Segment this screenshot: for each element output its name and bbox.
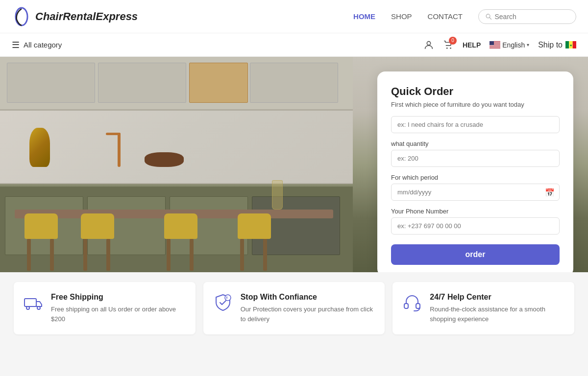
quantity-form-group: what quantity — [391, 140, 560, 167]
user-icon — [423, 40, 434, 50]
logo[interactable]: ChairRentalExpress — [12, 7, 138, 26]
hero-section: Quick Order First which piece of furnitu… — [0, 57, 588, 272]
quick-order-card: Quick Order First which piece of furnitu… — [377, 71, 573, 272]
feature-help-center: 24/7 Help Center Round-the-clock assista… — [392, 282, 574, 334]
calendar-icon: 📅 — [545, 188, 555, 197]
all-category-label: All category — [24, 41, 62, 49]
svg-rect-11 — [490, 46, 500, 47]
hamburger-icon: ☰ — [12, 41, 20, 49]
svg-point-20 — [37, 306, 40, 309]
nav-home[interactable]: HOME — [353, 12, 375, 21]
svg-rect-12 — [490, 47, 500, 48]
search-input[interactable] — [494, 13, 569, 21]
svg-rect-18 — [24, 299, 36, 306]
user-account-button[interactable] — [423, 40, 434, 50]
phone-form-group: Your Phone Number — [391, 208, 560, 235]
stop-confiance-desc: Our Protection covers your purchase from… — [241, 305, 375, 324]
chair-2 — [76, 213, 120, 272]
truck-icon — [24, 293, 43, 312]
svg-point-4 — [446, 47, 448, 49]
date-wrapper: 📅 — [391, 184, 560, 201]
search-box[interactable] — [478, 9, 576, 24]
search-icon — [486, 13, 491, 20]
furniture-form-group — [391, 116, 560, 133]
svg-rect-14 — [565, 41, 569, 48]
vase — [29, 128, 50, 167]
second-nav-right: 0 HELP English ▾ Ship to — [423, 40, 576, 50]
shield-icon — [213, 293, 233, 312]
nav-links: HOME SHOP CONTACT — [353, 9, 576, 24]
svg-line-2 — [490, 17, 491, 19]
feature-free-shipping: Free Shipping Free shipping on all Us or… — [14, 282, 196, 334]
help-center-title: 24/7 Help Center — [430, 293, 564, 302]
period-label: For which period — [391, 174, 560, 181]
ship-to-area[interactable]: Ship to ★ — [538, 41, 576, 49]
headphone-icon — [402, 293, 422, 312]
top-navigation: ChairRentalExpress HOME SHOP CONTACT — [0, 0, 588, 33]
svg-rect-22 — [416, 304, 420, 308]
us-flag-icon — [490, 41, 500, 48]
svg-rect-21 — [404, 304, 408, 308]
all-category-toggle[interactable]: ☰ All category — [12, 41, 62, 49]
faucet — [118, 133, 121, 167]
nav-shop[interactable]: SHOP — [391, 12, 412, 21]
help-label: HELP — [463, 41, 481, 49]
svg-rect-16 — [573, 41, 576, 48]
second-navigation: ☰ All category 0 HELP — [0, 33, 588, 57]
chair-3 — [159, 213, 203, 272]
stop-confiance-title: Stop With Confiance — [241, 293, 375, 302]
chevron-down-icon: ▾ — [527, 42, 529, 47]
language-selector[interactable]: English ▾ — [490, 41, 529, 49]
wood-decor — [145, 152, 184, 167]
quantity-label: what quantity — [391, 140, 560, 147]
svg-point-5 — [450, 47, 451, 49]
svg-text:★: ★ — [569, 44, 572, 47]
senegal-flag-icon: ★ — [565, 41, 576, 48]
order-button[interactable]: order — [391, 244, 560, 265]
wall-backsplash — [0, 111, 353, 184]
svg-rect-13 — [490, 41, 494, 45]
faucet-arm — [106, 133, 121, 135]
upper-cabinets — [0, 57, 353, 111]
free-shipping-desc: Free shipping on all Us order or order a… — [51, 305, 186, 324]
svg-point-0 — [16, 8, 27, 25]
nav-contact[interactable]: CONTACT — [428, 12, 463, 21]
period-form-group: For which period 📅 — [391, 174, 560, 201]
chair-4 — [233, 213, 277, 272]
ship-to-label: Ship to — [538, 41, 563, 49]
feature-stop-confiance: Stop With Confiance Our Protection cover… — [203, 282, 385, 334]
help-center-desc: Round-the-clock assistance for a smooth … — [430, 305, 564, 324]
help-center-content: 24/7 Help Center Round-the-clock assista… — [430, 293, 564, 324]
chair-1 — [20, 213, 64, 272]
features-section: Free Shipping Free shipping on all Us or… — [0, 272, 588, 344]
quick-order-title: Quick Order — [391, 85, 560, 98]
svg-rect-10 — [490, 45, 500, 46]
cart-badge: 0 — [449, 37, 457, 45]
logo-icon — [12, 7, 31, 26]
stop-confiance-content: Stop With Confiance Our Protection cover… — [241, 293, 375, 324]
quick-order-subtitle: First which piece of furniture do you wa… — [391, 101, 560, 108]
language-label: English — [502, 41, 525, 49]
free-shipping-content: Free Shipping Free shipping on all Us or… — [51, 293, 186, 324]
phone-input[interactable] — [391, 217, 560, 235]
free-shipping-title: Free Shipping — [51, 293, 186, 302]
svg-point-19 — [26, 306, 29, 309]
glass — [272, 180, 283, 210]
logo-text: ChairRentalExpress — [35, 11, 138, 22]
furniture-input[interactable] — [391, 116, 560, 133]
quantity-input[interactable] — [391, 150, 560, 167]
svg-point-3 — [427, 41, 430, 45]
period-input[interactable] — [391, 184, 560, 201]
cart-button[interactable]: 0 — [443, 40, 454, 50]
phone-label: Your Phone Number — [391, 208, 560, 215]
